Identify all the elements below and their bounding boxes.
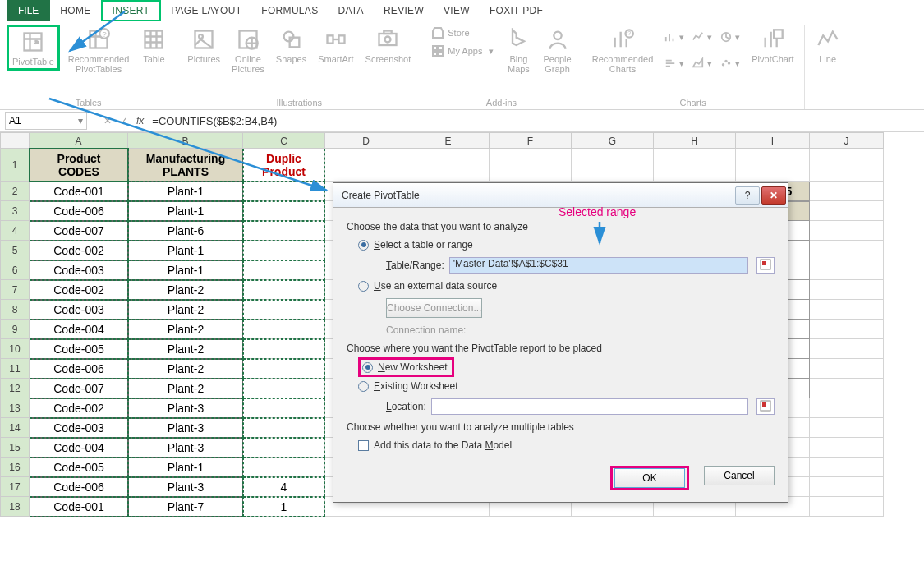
cell-A15[interactable]: Code-004 [30, 438, 128, 458]
row-header-15[interactable]: 15 [0, 438, 30, 458]
dialog-close-button[interactable]: ✕ [761, 186, 786, 205]
cancel-formula-button[interactable]: ✕ [103, 115, 112, 126]
cell-J10[interactable] [810, 339, 884, 359]
cell-C13[interactable] [243, 398, 325, 418]
row-header-4[interactable]: 4 [0, 221, 30, 241]
row-header-10[interactable]: 10 [0, 339, 30, 359]
tab-home[interactable]: HOME [50, 0, 100, 21]
cell-J15[interactable] [810, 438, 884, 458]
people-graph-button[interactable]: People Graph [540, 25, 574, 76]
row-header-6[interactable]: 6 [0, 260, 30, 280]
cell-A10[interactable]: Code-005 [30, 339, 128, 359]
cell-A12[interactable]: Code-007 [30, 379, 128, 398]
cell-G1[interactable] [572, 149, 654, 182]
cell-C11[interactable] [243, 359, 325, 379]
cell-B14[interactable]: Plant-3 [128, 418, 243, 438]
row-header-18[interactable]: 18 [0, 497, 30, 517]
row-header-7[interactable]: 7 [0, 280, 30, 300]
cell-A8[interactable]: Code-003 [30, 300, 128, 320]
col-header-H[interactable]: H [654, 132, 736, 149]
cell-J6[interactable] [810, 260, 884, 280]
cell-B9[interactable]: Plant-2 [128, 320, 243, 339]
radio-new-worksheet[interactable]: New Worksheet [362, 360, 450, 375]
cell-B12[interactable]: Plant-2 [128, 379, 243, 398]
cell-A1[interactable]: Product CODES [30, 149, 128, 182]
cell-A4[interactable]: Code-007 [30, 221, 128, 241]
tab-page-layout[interactable]: PAGE LAYOUT [161, 0, 251, 21]
row-header-8[interactable]: 8 [0, 300, 30, 320]
cell-B15[interactable]: Plant-3 [128, 438, 243, 458]
recommended-charts-button[interactable]: ?Recommended Charts [589, 25, 657, 76]
cell-C18[interactable]: 1 [243, 497, 325, 517]
row-header-9[interactable]: 9 [0, 320, 30, 339]
cell-B4[interactable]: Plant-6 [128, 221, 243, 241]
row-header-12[interactable]: 12 [0, 379, 30, 398]
screenshot-button[interactable]: Screenshot [362, 25, 415, 66]
shapes-button[interactable]: Shapes [273, 25, 310, 66]
cell-J14[interactable] [810, 418, 884, 438]
cell-C7[interactable] [243, 280, 325, 300]
col-header-F[interactable]: F [490, 132, 572, 149]
cell-A17[interactable]: Code-006 [30, 477, 128, 497]
cell-B7[interactable]: Plant-2 [128, 280, 243, 300]
cell-J11[interactable] [810, 359, 884, 379]
cell-J9[interactable] [810, 320, 884, 339]
col-header-I[interactable]: I [736, 132, 810, 149]
location-picker-button[interactable] [756, 398, 775, 415]
cell-J2[interactable] [810, 182, 884, 201]
row-header-3[interactable]: 3 [0, 201, 30, 221]
cell-C2[interactable] [243, 182, 325, 201]
cell-A18[interactable]: Code-001 [30, 497, 128, 517]
formula-input[interactable]: =COUNTIFS($B$2:B4,B4) [152, 115, 277, 127]
radio-external-source[interactable]: Use an external data source [347, 277, 775, 295]
store-button[interactable]: Store [428, 25, 497, 41]
myapps-button[interactable]: My Apps▾ [428, 43, 497, 59]
cell-A9[interactable]: Code-004 [30, 320, 128, 339]
name-box[interactable]: A1▾ [5, 112, 87, 130]
chart-area-button[interactable]: ▾ [689, 51, 715, 76]
location-input[interactable] [431, 398, 748, 415]
tab-formulas[interactable]: FORMULAS [251, 0, 328, 21]
recommended-pivottables-button[interactable]: ? Recommended PivotTables [65, 25, 133, 76]
cell-B1[interactable]: Manufacturing PLANTS [128, 149, 243, 182]
cell-J18[interactable] [810, 497, 884, 517]
check-data-model[interactable]: Add this data to the Data Model [347, 436, 775, 454]
tab-foxit-pdf[interactable]: FOXIT PDF [480, 0, 553, 21]
cell-C6[interactable] [243, 260, 325, 280]
cell-J4[interactable] [810, 221, 884, 241]
cell-A11[interactable]: Code-006 [30, 359, 128, 379]
online-pictures-button[interactable]: Online Pictures [228, 25, 268, 76]
cell-C17[interactable]: 4 [243, 477, 325, 497]
cell-B16[interactable]: Plant-1 [128, 458, 243, 477]
chart-bar-button[interactable]: ▾ [661, 25, 687, 49]
col-header-C[interactable]: C [243, 132, 325, 149]
radio-existing-worksheet[interactable]: Existing Worksheet [347, 377, 775, 395]
cell-A6[interactable]: Code-003 [30, 260, 128, 280]
tab-review[interactable]: REVIEW [374, 0, 434, 21]
pivottable-button[interactable]: PivotTable [7, 25, 60, 71]
cell-B5[interactable]: Plant-1 [128, 241, 243, 260]
cell-C5[interactable] [243, 241, 325, 260]
cell-B3[interactable]: Plant-1 [128, 201, 243, 221]
row-header-16[interactable]: 16 [0, 458, 30, 477]
cell-J3[interactable] [810, 201, 884, 221]
radio-select-range[interactable]: Select a table or range [347, 236, 775, 254]
col-header-E[interactable]: E [407, 132, 490, 149]
sparkline-line-button[interactable]: Line [811, 25, 844, 66]
cell-J7[interactable] [810, 280, 884, 300]
cancel-button[interactable]: Cancel [704, 466, 775, 485]
row-header-11[interactable]: 11 [0, 359, 30, 379]
pivotchart-button[interactable]: PivotChart [748, 25, 797, 66]
ok-button[interactable]: OK [614, 468, 685, 488]
cell-C10[interactable] [243, 339, 325, 359]
cell-C1[interactable]: DuplicProduct [243, 149, 325, 182]
fx-icon[interactable]: fx [136, 115, 144, 126]
cell-J8[interactable] [810, 300, 884, 320]
cell-B11[interactable]: Plant-2 [128, 359, 243, 379]
cell-A13[interactable]: Code-002 [30, 398, 128, 418]
chart-scatter-button[interactable]: ▾ [717, 51, 743, 76]
bing-maps-button[interactable]: Bing Maps [502, 25, 535, 76]
cell-J12[interactable] [810, 379, 884, 398]
chart-hbar-button[interactable]: ▾ [661, 51, 687, 76]
enter-formula-button[interactable]: ✓ [120, 115, 128, 126]
